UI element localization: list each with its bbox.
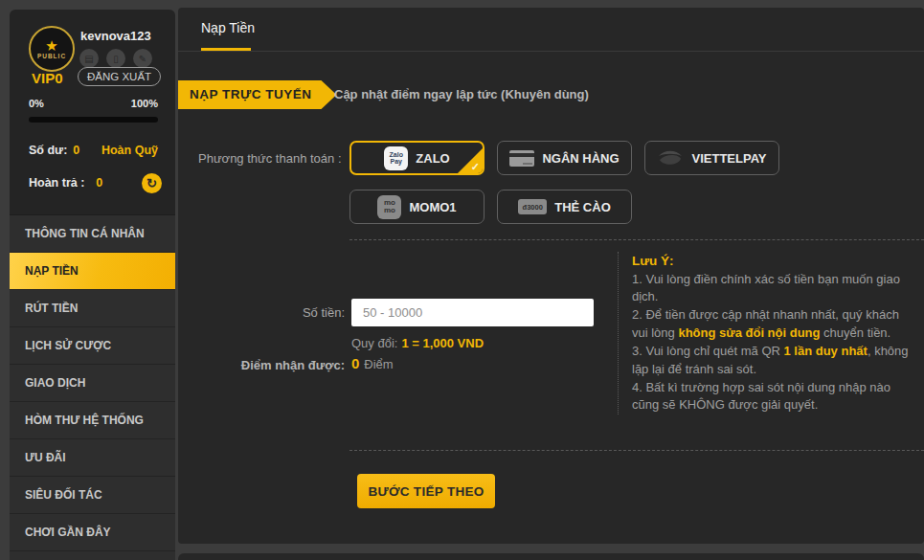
sidebar-item-nạp-tiền[interactable]: NẠP TIỀN <box>10 253 175 290</box>
points-value-row: 0Điểm <box>351 355 394 371</box>
sidebar: ★ PUBLIC kevnova123 ▤▯✎ VIP0 ĐĂNG XUẤT 0… <box>10 10 175 560</box>
fund-link[interactable]: Hoàn Quỹ <box>101 144 158 157</box>
balance-row: Số dư:0 Hoàn Quỹ <box>29 144 162 157</box>
vip-progress-bar <box>29 117 158 123</box>
main-panel: Nạp Tiền NẠP TRỰC TUYẾN Cập nhật điểm ng… <box>178 8 924 544</box>
check-icon: ✓ <box>471 161 480 173</box>
username: kevnova123 <box>80 29 151 43</box>
payment-row-1: ZaloPayZALO✓NGÂN HÀNGVIETTELPAY <box>349 141 779 175</box>
payment-method-name: VIETTELPAY <box>691 151 766 166</box>
notes-title: Lưu Ý: <box>632 252 915 271</box>
payment-method-zalo[interactable]: ZaloPayZALO✓ <box>349 141 485 175</box>
avatar-label: PUBLIC <box>37 53 66 59</box>
balance-label: Số dư: <box>29 144 67 157</box>
amount-input[interactable] <box>351 299 594 326</box>
payment-method-label: Phương thức thanh toán : <box>198 151 342 166</box>
sidebar-item-rút-tiền[interactable]: RÚT TIỀN <box>10 290 175 327</box>
payment-row-2: momoMOMO1đ3000THẺ CÀO <box>349 190 632 224</box>
tabbar-divider <box>178 51 924 52</box>
note-item: 3. Vui lòng chỉ quét mã QR 1 lần duy nhấ… <box>632 343 915 379</box>
points-label: Điểm nhận được: <box>178 357 345 374</box>
next-step-button[interactable]: BƯỚC TIẾP THEO <box>357 474 495 508</box>
amount-label: Số tiền: <box>178 299 345 326</box>
payment-method-name: THẺ CÀO <box>554 200 611 214</box>
payment-method-thẻ-cào[interactable]: đ3000THẺ CÀO <box>497 190 632 224</box>
viettelpay-icon <box>657 148 684 168</box>
rate-value: 1 = 1,000 VND <box>401 336 484 350</box>
dashed-separator <box>349 450 924 451</box>
note-item: 4. Bất kì trường hợp sai sót nội dung nh… <box>632 379 915 415</box>
payment-method-momo1[interactable]: momoMOMO1 <box>349 190 485 224</box>
scratch-card-icon: đ3000 <box>518 199 547 214</box>
note-item: 2. Để tiền được cập nhật nhanh nhất, quý… <box>632 306 915 343</box>
refund-value: 0 <box>96 176 102 190</box>
page: ★ PUBLIC kevnova123 ▤▯✎ VIP0 ĐĂNG XUẤT 0… <box>0 0 924 560</box>
sidebar-menu: THÔNG TIN CÁ NHÂNNẠP TIỀNRÚT TIỀNLỊCH SỬ… <box>10 214 175 560</box>
zalopay-icon: ZaloPay <box>384 146 408 170</box>
payment-method-name: ZALO <box>416 151 449 166</box>
sidebar-item-siêu-đối-tác[interactable]: SIÊU ĐỐI TÁC <box>10 477 175 514</box>
progress-max-label: 100% <box>131 98 158 109</box>
sidebar-item-partial <box>10 551 175 560</box>
refund-row: Hoàn trả :0 ↻ <box>29 176 162 190</box>
tab-nap-tien[interactable]: Nạp Tiền <box>201 20 255 35</box>
phone-icon[interactable]: ▯ <box>106 49 125 68</box>
sidebar-item-lịch-sử-cược[interactable]: LỊCH SỬ CƯỢC <box>10 327 175 365</box>
avatar[interactable]: ★ PUBLIC <box>29 26 75 72</box>
dashed-separator <box>349 239 924 240</box>
progress-min-label: 0% <box>29 98 44 109</box>
payment-method-ngân-hàng[interactable]: NGÂN HÀNG <box>497 141 632 175</box>
star-icon: ★ <box>45 39 57 53</box>
edit-icon[interactable]: ✎ <box>133 49 152 68</box>
sidebar-item-giao-dịch[interactable]: GIAO DỊCH <box>10 365 175 402</box>
rate-label: Quy đổi: <box>351 336 397 350</box>
sidebar-item-thông-tin-cá-nhân[interactable]: THÔNG TIN CÁ NHÂN <box>10 215 175 253</box>
vip-badge: VIP0 <box>32 70 63 86</box>
notes-list: 1. Vui lòng điền chính xác số tiền bạn m… <box>632 271 915 415</box>
refund-label: Hoàn trả : <box>29 176 84 190</box>
balance-value: 0 <box>73 144 79 157</box>
deposit-mode-subtitle: Cập nhật điểm ngay lập tức (Khuyên dùng) <box>334 80 589 109</box>
logout-button[interactable]: ĐĂNG XUẤT <box>78 67 161 86</box>
points-value: 0 <box>351 355 359 371</box>
id-card-icon[interactable]: ▤ <box>79 49 99 68</box>
deposit-mode-banner: NẠP TRỰC TUYẾN <box>178 80 336 109</box>
payment-method-name: NGÂN HÀNG <box>542 151 619 166</box>
note-item: 1. Vui lòng điền chính xác số tiền bạn m… <box>632 271 915 307</box>
sidebar-item-chơi-gần-đây[interactable]: CHƠI GẦN ĐÂY <box>10 514 175 551</box>
payment-method-viettelpay[interactable]: VIETTELPAY <box>644 141 779 175</box>
sidebar-item-ưu-đãi[interactable]: ƯU ĐÃI <box>10 439 175 477</box>
payment-method-name: MOMO1 <box>409 200 456 214</box>
next-section-panel <box>178 553 924 560</box>
notes: Lưu Ý: 1. Vui lòng điền chính xác số tiề… <box>618 252 915 414</box>
profile-icons: ▤▯✎ <box>79 49 152 68</box>
refresh-icon[interactable]: ↻ <box>142 173 162 193</box>
points-unit: Điểm <box>364 357 393 371</box>
exchange-rate-row: Quy đổi:1 = 1,000 VND <box>351 336 484 350</box>
sidebar-item-hòm-thư-hệ-thống[interactable]: HÒM THƯ HỆ THỐNG <box>10 402 175 439</box>
bank-card-icon <box>509 150 534 167</box>
momo-icon: momo <box>377 195 401 219</box>
